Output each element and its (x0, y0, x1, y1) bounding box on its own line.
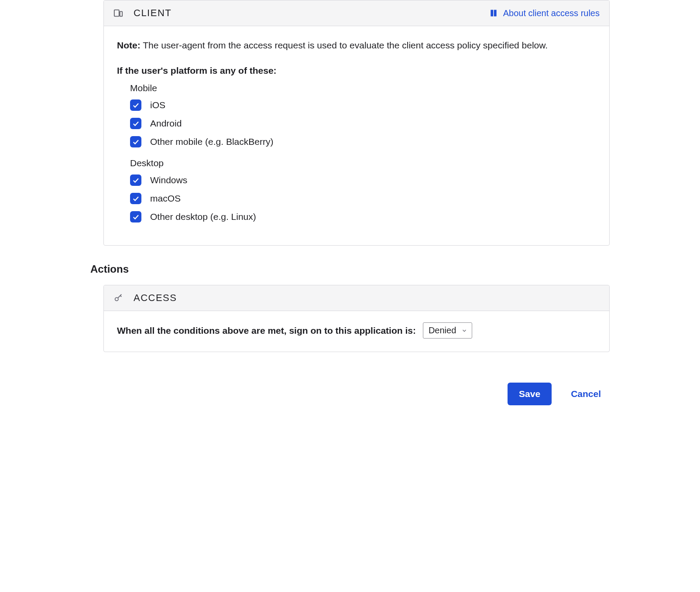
check-icon (132, 176, 140, 184)
checkbox-android[interactable]: Android (130, 118, 596, 129)
checkbox-windows-box (130, 175, 141, 186)
checkbox-other-mobile-box (130, 136, 141, 147)
checkbox-ios-box (130, 99, 141, 111)
check-icon (132, 101, 140, 109)
mobile-group-heading: Mobile (130, 83, 596, 93)
checkbox-macos[interactable]: macOS (130, 193, 596, 204)
client-note: Note: The user-agent from the access req… (117, 40, 596, 51)
check-icon (132, 138, 140, 146)
check-icon (132, 195, 140, 202)
checkbox-other-desktop-box (130, 211, 141, 222)
devices-icon (113, 8, 123, 18)
note-text: The user-agent from the access request i… (141, 40, 548, 50)
client-panel-body: Note: The user-agent from the access req… (104, 26, 609, 245)
client-panel-title: CLIENT (134, 7, 172, 19)
svg-rect-0 (114, 10, 119, 17)
checkbox-other-desktop-label: Other desktop (e.g. Linux) (150, 212, 256, 222)
key-icon (113, 293, 123, 303)
actions-section-title: Actions (90, 263, 610, 275)
checkbox-windows-label: Windows (150, 175, 187, 185)
svg-point-2 (115, 298, 118, 301)
check-icon (132, 120, 140, 127)
checkbox-macos-label: macOS (150, 193, 181, 204)
platform-condition-label: If the user's platform is any of these: (117, 65, 596, 76)
access-panel-header: ACCESS (104, 285, 609, 311)
checkbox-other-mobile[interactable]: Other mobile (e.g. BlackBerry) (130, 136, 596, 147)
checkbox-other-mobile-label: Other mobile (e.g. BlackBerry) (150, 137, 273, 147)
desktop-group-heading: Desktop (130, 158, 596, 168)
checkbox-macos-box (130, 193, 141, 204)
chevron-down-icon (461, 328, 467, 334)
cancel-button[interactable]: Cancel (571, 389, 601, 399)
form-button-row: Save Cancel (90, 383, 610, 405)
checkbox-windows[interactable]: Windows (130, 175, 596, 186)
checkbox-ios-label: iOS (150, 100, 165, 110)
save-button[interactable]: Save (508, 383, 552, 405)
client-panel-header: CLIENT About client access rules (104, 0, 609, 26)
access-condition-label: When all the conditions above are met, s… (117, 325, 416, 336)
access-panel: ACCESS When all the conditions above are… (103, 285, 610, 352)
access-action-select[interactable]: Denied (423, 322, 472, 339)
access-panel-body: When all the conditions above are met, s… (104, 311, 609, 352)
note-label: Note: (117, 40, 141, 50)
checkbox-android-label: Android (150, 118, 182, 129)
check-icon (132, 213, 140, 221)
checkbox-android-box (130, 118, 141, 129)
access-panel-title: ACCESS (134, 292, 177, 304)
svg-rect-1 (120, 11, 123, 16)
access-action-selected: Denied (429, 325, 456, 335)
client-panel: CLIENT About client access rules Note: T… (103, 0, 610, 246)
checkbox-other-desktop[interactable]: Other desktop (e.g. Linux) (130, 211, 596, 222)
about-client-rules-link-text: About client access rules (503, 8, 600, 18)
book-icon (489, 9, 498, 17)
checkbox-ios[interactable]: iOS (130, 99, 596, 111)
about-client-rules-link[interactable]: About client access rules (489, 8, 600, 18)
